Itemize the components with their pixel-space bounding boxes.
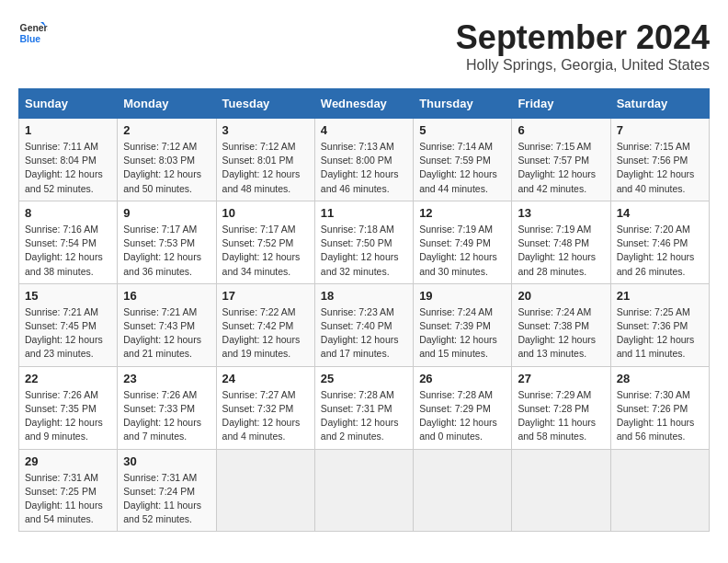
- location-subtitle: Holly Springs, Georgia, United States: [456, 57, 710, 74]
- weekday-header: Wednesday: [314, 89, 413, 119]
- calendar-day-cell: 6 Sunrise: 7:15 AMSunset: 7:57 PMDayligh…: [512, 119, 610, 201]
- svg-text:Blue: Blue: [20, 34, 41, 44]
- calendar-week-row: 22 Sunrise: 7:26 AMSunset: 7:35 PMDaylig…: [19, 366, 710, 449]
- day-info: Sunrise: 7:12 AMSunset: 8:01 PMDaylight:…: [222, 140, 309, 196]
- day-number: 8: [25, 206, 111, 220]
- day-info: Sunrise: 7:26 AMSunset: 7:35 PMDaylight:…: [25, 388, 111, 444]
- day-info: Sunrise: 7:15 AMSunset: 7:56 PMDaylight:…: [617, 140, 703, 196]
- day-info: Sunrise: 7:21 AMSunset: 7:43 PMDaylight:…: [123, 305, 210, 362]
- calendar-day-cell: 29 Sunrise: 7:31 AMSunset: 7:25 PMDaylig…: [19, 449, 118, 532]
- logo: General Blue: [18, 18, 48, 48]
- calendar-day-cell: 13 Sunrise: 7:19 AMSunset: 7:48 PMDaylig…: [512, 201, 610, 283]
- day-number: 12: [419, 206, 506, 220]
- calendar-week-row: 29 Sunrise: 7:31 AMSunset: 7:25 PMDaylig…: [19, 449, 710, 532]
- day-number: 29: [25, 454, 111, 468]
- day-number: 2: [123, 123, 210, 137]
- day-number: 18: [321, 289, 407, 303]
- calendar-day-cell: 14 Sunrise: 7:20 AMSunset: 7:46 PMDaylig…: [610, 201, 709, 283]
- day-info: Sunrise: 7:30 AMSunset: 7:26 PMDaylight:…: [617, 388, 703, 444]
- day-info: Sunrise: 7:31 AMSunset: 7:25 PMDaylight:…: [25, 471, 111, 527]
- day-info: Sunrise: 7:23 AMSunset: 7:40 PMDaylight:…: [321, 305, 407, 362]
- calendar-day-cell: 20 Sunrise: 7:24 AMSunset: 7:38 PMDaylig…: [512, 283, 610, 366]
- day-info: Sunrise: 7:19 AMSunset: 7:48 PMDaylight:…: [518, 223, 604, 279]
- calendar-day-cell: 11 Sunrise: 7:18 AMSunset: 7:50 PMDaylig…: [314, 201, 413, 283]
- day-info: Sunrise: 7:16 AMSunset: 7:54 PMDaylight:…: [25, 223, 111, 279]
- day-info: Sunrise: 7:15 AMSunset: 7:57 PMDaylight:…: [518, 140, 604, 196]
- calendar-day-cell: 8 Sunrise: 7:16 AMSunset: 7:54 PMDayligh…: [19, 201, 118, 283]
- day-info: Sunrise: 7:14 AMSunset: 7:59 PMDaylight:…: [419, 140, 506, 196]
- calendar-header-row: SundayMondayTuesdayWednesdayThursdayFrid…: [19, 89, 710, 119]
- calendar-day-cell: [314, 449, 413, 532]
- day-number: 6: [518, 123, 604, 137]
- day-number: 1: [25, 123, 111, 137]
- day-number: 11: [321, 206, 407, 220]
- day-number: 27: [518, 372, 604, 385]
- day-info: Sunrise: 7:25 AMSunset: 7:36 PMDaylight:…: [617, 305, 703, 362]
- calendar-day-cell: [216, 449, 314, 532]
- day-info: Sunrise: 7:31 AMSunset: 7:24 PMDaylight:…: [123, 471, 210, 527]
- day-number: 19: [419, 289, 506, 303]
- day-info: Sunrise: 7:24 AMSunset: 7:38 PMDaylight:…: [518, 305, 604, 362]
- day-info: Sunrise: 7:29 AMSunset: 7:28 PMDaylight:…: [518, 388, 604, 444]
- calendar-day-cell: 27 Sunrise: 7:29 AMSunset: 7:28 PMDaylig…: [512, 366, 610, 449]
- calendar-day-cell: 10 Sunrise: 7:17 AMSunset: 7:52 PMDaylig…: [216, 201, 314, 283]
- weekday-header: Tuesday: [216, 89, 314, 119]
- calendar-day-cell: [512, 449, 610, 532]
- calendar-day-cell: 26 Sunrise: 7:28 AMSunset: 7:29 PMDaylig…: [414, 366, 512, 449]
- weekday-header: Thursday: [414, 89, 512, 119]
- day-number: 24: [222, 372, 309, 385]
- day-number: 21: [617, 289, 703, 303]
- month-year-title: September 2024: [456, 18, 710, 57]
- day-number: 10: [222, 206, 309, 220]
- day-info: Sunrise: 7:26 AMSunset: 7:33 PMDaylight:…: [123, 388, 210, 444]
- weekday-header: Saturday: [610, 89, 709, 119]
- day-info: Sunrise: 7:12 AMSunset: 8:03 PMDaylight:…: [123, 140, 210, 196]
- calendar-day-cell: 2 Sunrise: 7:12 AMSunset: 8:03 PMDayligh…: [118, 119, 216, 201]
- day-number: 14: [617, 206, 703, 220]
- calendar-day-cell: 25 Sunrise: 7:28 AMSunset: 7:31 PMDaylig…: [314, 366, 413, 449]
- calendar-day-cell: [610, 449, 709, 532]
- calendar-day-cell: 4 Sunrise: 7:13 AMSunset: 8:00 PMDayligh…: [314, 119, 413, 201]
- calendar-day-cell: 16 Sunrise: 7:21 AMSunset: 7:43 PMDaylig…: [118, 283, 216, 366]
- day-info: Sunrise: 7:28 AMSunset: 7:29 PMDaylight:…: [419, 388, 506, 444]
- calendar-day-cell: 12 Sunrise: 7:19 AMSunset: 7:49 PMDaylig…: [414, 201, 512, 283]
- day-number: 17: [222, 289, 309, 303]
- calendar-day-cell: 19 Sunrise: 7:24 AMSunset: 7:39 PMDaylig…: [414, 283, 512, 366]
- calendar-day-cell: 7 Sunrise: 7:15 AMSunset: 7:56 PMDayligh…: [610, 119, 709, 201]
- weekday-header: Monday: [118, 89, 216, 119]
- day-number: 5: [419, 123, 506, 137]
- calendar-day-cell: 1 Sunrise: 7:11 AMSunset: 8:04 PMDayligh…: [19, 119, 118, 201]
- day-info: Sunrise: 7:27 AMSunset: 7:32 PMDaylight:…: [222, 388, 309, 444]
- calendar-day-cell: 21 Sunrise: 7:25 AMSunset: 7:36 PMDaylig…: [610, 283, 709, 366]
- day-info: Sunrise: 7:13 AMSunset: 8:00 PMDaylight:…: [321, 140, 407, 196]
- calendar-day-cell: 9 Sunrise: 7:17 AMSunset: 7:53 PMDayligh…: [118, 201, 216, 283]
- calendar-day-cell: 24 Sunrise: 7:27 AMSunset: 7:32 PMDaylig…: [216, 366, 314, 449]
- calendar-week-row: 15 Sunrise: 7:21 AMSunset: 7:45 PMDaylig…: [19, 283, 710, 366]
- day-number: 20: [518, 289, 604, 303]
- day-number: 26: [419, 372, 506, 385]
- calendar-day-cell: 22 Sunrise: 7:26 AMSunset: 7:35 PMDaylig…: [19, 366, 118, 449]
- day-number: 3: [222, 123, 309, 137]
- weekday-header: Sunday: [19, 89, 118, 119]
- calendar-day-cell: 5 Sunrise: 7:14 AMSunset: 7:59 PMDayligh…: [414, 119, 512, 201]
- calendar-week-row: 8 Sunrise: 7:16 AMSunset: 7:54 PMDayligh…: [19, 201, 710, 283]
- day-number: 25: [321, 372, 407, 385]
- day-info: Sunrise: 7:17 AMSunset: 7:53 PMDaylight:…: [123, 223, 210, 279]
- calendar-day-cell: 28 Sunrise: 7:30 AMSunset: 7:26 PMDaylig…: [610, 366, 709, 449]
- logo-icon: General Blue: [18, 18, 48, 48]
- calendar-day-cell: 23 Sunrise: 7:26 AMSunset: 7:33 PMDaylig…: [118, 366, 216, 449]
- calendar-day-cell: [414, 449, 512, 532]
- title-section: September 2024 Holly Springs, Georgia, U…: [456, 18, 710, 74]
- svg-text:General: General: [20, 23, 48, 33]
- day-number: 16: [123, 289, 210, 303]
- day-info: Sunrise: 7:21 AMSunset: 7:45 PMDaylight:…: [25, 305, 111, 362]
- calendar-table: SundayMondayTuesdayWednesdayThursdayFrid…: [18, 88, 710, 532]
- day-number: 9: [123, 206, 210, 220]
- day-info: Sunrise: 7:22 AMSunset: 7:42 PMDaylight:…: [222, 305, 309, 362]
- day-info: Sunrise: 7:20 AMSunset: 7:46 PMDaylight:…: [617, 223, 703, 279]
- day-number: 7: [617, 123, 703, 137]
- day-info: Sunrise: 7:18 AMSunset: 7:50 PMDaylight:…: [321, 223, 407, 279]
- day-number: 28: [617, 372, 703, 385]
- page-header: General Blue September 2024 Holly Spring…: [18, 18, 710, 74]
- day-number: 4: [321, 123, 407, 137]
